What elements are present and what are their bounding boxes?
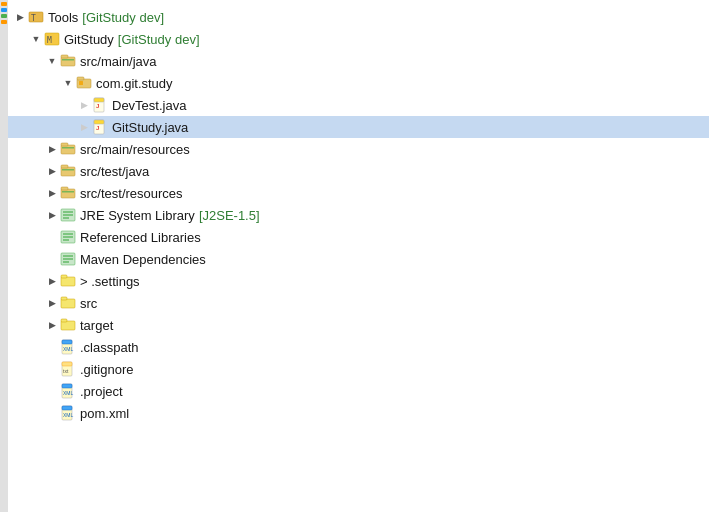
svg-rect-23 xyxy=(61,187,68,190)
tree-item-com-git-study[interactable]: ▼ com.git.study xyxy=(8,72,709,94)
xml-file-icon: XML xyxy=(60,405,76,421)
arrow-icon: ▶ xyxy=(76,119,92,135)
tree-item-ref-libraries[interactable]: Referenced Libraries xyxy=(8,226,709,248)
item-label: src/main/resources xyxy=(80,142,190,157)
svg-text:txt: txt xyxy=(63,368,69,374)
arrow-icon: ▶ xyxy=(44,317,60,333)
svg-text:J: J xyxy=(96,103,99,109)
xml-file-icon: XML xyxy=(60,339,76,355)
svg-rect-24 xyxy=(62,191,74,193)
scroll-mark xyxy=(1,2,7,6)
svg-rect-27 xyxy=(63,214,73,216)
svg-rect-42 xyxy=(61,319,67,322)
item-label: com.git.study xyxy=(96,76,173,91)
item-badge: [GitStudy dev] xyxy=(118,32,200,47)
item-label: Tools xyxy=(48,10,78,25)
left-scrollbar xyxy=(0,0,8,512)
item-label: GitStudy.java xyxy=(112,120,188,135)
tree-item-gitstudy[interactable]: ▼ M GitStudy [GitStudy dev] xyxy=(8,28,709,50)
tree-item-src[interactable]: ▶ src xyxy=(8,292,709,314)
svg-rect-39 xyxy=(61,299,75,308)
file-tree: ▶ T Tools [GitStudy dev] ▼ M xyxy=(8,0,709,430)
item-label: > .settings xyxy=(80,274,140,289)
tree-item-src-test-resources[interactable]: ▶ src/test/resources xyxy=(8,182,709,204)
svg-text:M: M xyxy=(47,36,52,45)
library-icon xyxy=(60,207,76,223)
item-label: .project xyxy=(80,384,123,399)
svg-rect-35 xyxy=(63,258,73,260)
arrow-icon: ▶ xyxy=(44,141,60,157)
folder-icon xyxy=(60,273,76,289)
folder-icon xyxy=(60,295,76,311)
svg-rect-36 xyxy=(63,261,69,263)
svg-rect-50 xyxy=(62,384,72,388)
xml-file-icon: XML xyxy=(60,383,76,399)
project-icon: M xyxy=(44,31,60,47)
svg-rect-9 xyxy=(79,81,83,85)
svg-rect-53 xyxy=(62,406,72,410)
svg-rect-34 xyxy=(63,255,73,257)
arrow-icon: ▶ xyxy=(44,207,60,223)
arrow-icon: ▶ xyxy=(12,9,28,25)
arrow-icon: ▶ xyxy=(44,273,60,289)
svg-rect-14 xyxy=(94,120,104,124)
tree-item-gitignore[interactable]: txt .gitignore xyxy=(8,358,709,380)
item-label: target xyxy=(80,318,113,333)
svg-rect-18 xyxy=(62,147,74,149)
svg-text:J: J xyxy=(96,125,99,131)
tree-item-src-main-java[interactable]: ▼ src/main/java xyxy=(8,50,709,72)
item-badge: [GitStudy dev] xyxy=(82,10,164,25)
svg-text:XML: XML xyxy=(63,412,74,418)
source-folder-icon xyxy=(60,141,76,157)
item-label: DevTest.java xyxy=(112,98,186,113)
java-file-icon: J xyxy=(92,119,108,135)
svg-rect-19 xyxy=(61,167,75,176)
package-icon xyxy=(76,75,92,91)
tree-item-pom-xml[interactable]: XML pom.xml xyxy=(8,402,709,424)
tree-item-gitstudy-java[interactable]: ▶ J GitStudy.java xyxy=(8,116,709,138)
item-label: pom.xml xyxy=(80,406,129,421)
folder-icon xyxy=(60,317,76,333)
svg-rect-22 xyxy=(61,189,75,198)
item-label: src xyxy=(80,296,97,311)
svg-rect-28 xyxy=(63,217,69,219)
tree-item-maven-deps[interactable]: Maven Dependencies xyxy=(8,248,709,270)
tree-item-classpath[interactable]: XML .classpath xyxy=(8,336,709,358)
source-folder-icon xyxy=(60,163,76,179)
tree-item-tools[interactable]: ▶ T Tools [GitStudy dev] xyxy=(8,6,709,28)
item-label: JRE System Library xyxy=(80,208,195,223)
svg-rect-41 xyxy=(61,321,75,330)
library-icon xyxy=(60,229,76,245)
text-file-icon: txt xyxy=(60,361,76,377)
item-badge: [J2SE-1.5] xyxy=(199,208,260,223)
scroll-mark xyxy=(1,20,7,24)
arrow-icon: ▶ xyxy=(44,163,60,179)
svg-text:XML: XML xyxy=(63,346,74,352)
svg-text:XML: XML xyxy=(63,390,74,396)
svg-rect-40 xyxy=(61,297,67,300)
tree-item-devtest-java[interactable]: ▶ J DevTest.java xyxy=(8,94,709,116)
scroll-mark xyxy=(1,8,7,12)
tree-item-jre[interactable]: ▶ JRE System Library [J2SE-1.5] xyxy=(8,204,709,226)
arrow-icon: ▶ xyxy=(76,97,92,113)
tree-item-project[interactable]: XML .project xyxy=(8,380,709,402)
tree-item-src-test-java[interactable]: ▶ src/test/java xyxy=(8,160,709,182)
svg-rect-30 xyxy=(63,233,73,235)
tree-item-src-main-resources[interactable]: ▶ src/main/resources xyxy=(8,138,709,160)
svg-rect-17 xyxy=(61,143,68,146)
svg-rect-6 xyxy=(62,59,74,61)
svg-rect-8 xyxy=(77,77,84,80)
java-file-icon: J xyxy=(92,97,108,113)
item-label: Maven Dependencies xyxy=(80,252,206,267)
tree-item-target[interactable]: ▶ target xyxy=(8,314,709,336)
scroll-mark xyxy=(1,14,7,18)
svg-rect-5 xyxy=(61,55,68,58)
arrow-icon: ▼ xyxy=(60,75,76,91)
svg-rect-38 xyxy=(61,275,67,278)
item-label: GitStudy xyxy=(64,32,114,47)
tree-container: ▶ T Tools [GitStudy dev] ▼ M xyxy=(8,0,709,430)
svg-rect-44 xyxy=(62,340,72,344)
source-folder-icon xyxy=(60,185,76,201)
arrow-icon: ▼ xyxy=(28,31,44,47)
tree-item-settings[interactable]: ▶ > .settings xyxy=(8,270,709,292)
